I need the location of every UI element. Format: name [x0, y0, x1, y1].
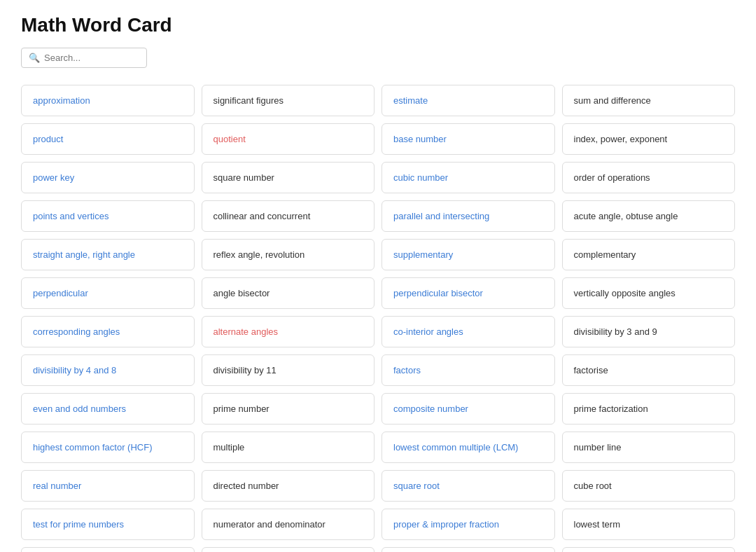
card-item[interactable]: number line: [562, 432, 736, 463]
card-item[interactable]: quotient: [202, 123, 375, 155]
card-item[interactable]: lowest common multiple (LCM): [382, 432, 555, 463]
card-item[interactable]: multiple: [202, 432, 375, 463]
card-item[interactable]: order of operations: [562, 162, 736, 193]
search-wrapper[interactable]: 🔍: [21, 48, 147, 68]
card-item[interactable]: lowest term: [562, 509, 736, 540]
search-container: 🔍: [21, 48, 735, 68]
card-item[interactable]: fractions within fractions: [562, 547, 736, 552]
card-item[interactable]: cubic number: [382, 162, 555, 193]
card-item[interactable]: factors: [382, 354, 555, 386]
card-item[interactable]: highest common factor (HCF): [21, 432, 195, 463]
page-title: Math Word Card: [21, 14, 735, 36]
card-item[interactable]: prime factorization: [562, 393, 736, 425]
card-item[interactable]: index, power, exponent: [562, 123, 736, 155]
card-item[interactable]: numerator and denominator: [202, 509, 375, 540]
card-item[interactable]: alternate angles: [202, 316, 375, 347]
card-item[interactable]: vertically opposite angles: [562, 277, 736, 309]
card-item[interactable]: factorise: [562, 354, 736, 386]
card-item[interactable]: divisibility by 11: [202, 354, 375, 386]
card-item[interactable]: base number: [382, 123, 555, 155]
card-item[interactable]: square number: [202, 162, 375, 193]
card-item[interactable]: even and odd numbers: [21, 393, 195, 425]
card-item[interactable]: cube root: [562, 470, 736, 502]
card-item[interactable]: estimate: [382, 85, 555, 116]
cards-grid: approximationsignificant figuresestimate…: [21, 85, 735, 552]
card-item[interactable]: corresponding angles: [21, 316, 195, 347]
card-item[interactable]: angle bisector: [202, 277, 375, 309]
card-item[interactable]: add, subtract fractions: [21, 547, 195, 552]
card-item[interactable]: significant figures: [202, 85, 375, 116]
card-item[interactable]: parallel and intersecting: [382, 200, 555, 232]
card-item[interactable]: prime number: [202, 393, 375, 425]
card-item[interactable]: straight angle, right angle: [21, 239, 195, 270]
card-item[interactable]: co-interior angles: [382, 316, 555, 347]
card-item[interactable]: test for prime numbers: [21, 509, 195, 540]
card-item[interactable]: multiplication offractions: [202, 547, 375, 552]
card-item[interactable]: points and vertices: [21, 200, 195, 232]
card-item[interactable]: sum and difference: [562, 85, 736, 116]
card-item[interactable]: divisibility by 4 and 8: [21, 354, 195, 386]
card-item[interactable]: divisibility by 3 and 9: [562, 316, 736, 347]
card-item[interactable]: approximation: [21, 85, 195, 116]
card-item[interactable]: supplementary: [382, 239, 555, 270]
card-item[interactable]: collinear and concurrent: [202, 200, 375, 232]
card-item[interactable]: perpendicular: [21, 277, 195, 309]
search-icon: 🔍: [29, 53, 40, 63]
card-item[interactable]: composite number: [382, 393, 555, 425]
card-item[interactable]: square root: [382, 470, 555, 502]
card-item[interactable]: product: [21, 123, 195, 155]
card-item[interactable]: real number: [21, 470, 195, 502]
search-input[interactable]: [44, 53, 139, 63]
card-item[interactable]: reflex angle, revolution: [202, 239, 375, 270]
card-item[interactable]: proper & improper fraction: [382, 509, 555, 540]
card-item[interactable]: acute angle, obtuse angle: [562, 200, 736, 232]
card-item[interactable]: complementary: [562, 239, 736, 270]
card-item[interactable]: power key: [21, 162, 195, 193]
card-item[interactable]: directed number: [202, 470, 375, 502]
card-item[interactable]: perpendicular bisector: [382, 277, 555, 309]
card-item[interactable]: reciprocal: [382, 547, 555, 552]
